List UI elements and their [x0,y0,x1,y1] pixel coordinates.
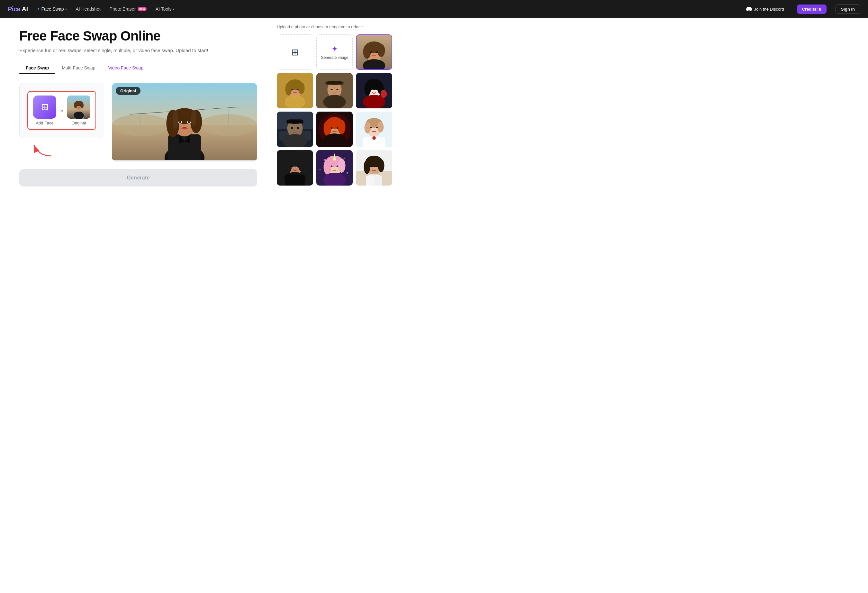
svg-point-45 [378,44,385,57]
svg-point-57 [285,95,306,108]
svg-point-91 [331,127,333,129]
navbar: Pica AI ✦ Face Swap ▾ AI Headshot Photo … [0,0,868,18]
svg-point-83 [297,127,299,129]
upload-icon: ⊞ [291,47,299,58]
generate-image-label: Generate image [320,55,348,60]
svg-point-69 [365,83,371,96]
template-cell-redhead[interactable] [316,112,353,147]
svg-point-9 [80,105,81,106]
svg-point-115 [344,158,345,159]
page-subtitle: Experience fun or real swaps: select sin… [19,47,257,53]
svg-point-54 [298,82,305,94]
original-badge: Original [116,87,140,95]
red-arrow [29,142,55,159]
svg-point-133 [376,166,378,167]
thumb-image [67,96,90,119]
template-cell-medical[interactable] [356,112,392,147]
page-title: Free Face Swap Online [19,28,257,44]
logo[interactable]: Pica AI [8,6,28,13]
svg-point-46 [371,52,372,53]
svg-point-10 [78,107,80,108]
original-thumbnail[interactable] [67,96,90,119]
template-cell-dark-portrait[interactable] [277,150,313,186]
svg-point-35 [191,110,196,126]
featured-portrait [357,35,391,70]
tab-face-swap[interactable]: Face Swap [19,62,55,74]
svg-point-100 [376,127,378,128]
credits-button[interactable]: Credits: 8 [797,4,827,14]
svg-point-40 [183,124,186,127]
swap-area: ⊞ Add Face » [19,83,257,161]
tab-video-face-swap[interactable]: Video Face Swap [102,62,150,74]
template-cell-fantasy[interactable] [316,150,353,186]
svg-point-89 [324,121,331,136]
featured-template-cell[interactable] [356,34,392,70]
svg-point-6 [74,102,77,108]
svg-point-120 [324,159,331,174]
template-grid [277,73,392,186]
svg-point-124 [337,166,338,167]
svg-point-63 [323,95,346,108]
nav-ai-headshot[interactable]: AI Headshot [76,6,100,12]
generate-image-cell[interactable]: ✦ Generate image [316,34,353,70]
svg-point-131 [378,159,384,172]
discord-icon [746,7,752,11]
svg-rect-103 [373,136,375,140]
red-arrow-svg [29,142,55,158]
svg-point-107 [285,160,292,173]
face-selection-row: ⊞ Add Face » [27,91,96,130]
svg-point-130 [364,160,371,174]
template-cell-white-suit[interactable] [356,150,392,186]
template-cell-gold[interactable] [277,73,313,108]
svg-point-123 [331,166,333,167]
svg-point-117 [347,172,348,174]
svg-rect-136 [366,176,374,186]
svg-point-99 [371,127,372,128]
svg-point-47 [376,52,378,53]
template-cell-urban[interactable] [277,112,313,147]
add-face-button[interactable]: ⊞ [33,96,56,119]
template-cell-cowboy[interactable] [316,73,353,108]
tab-bar: Face Swap Multi-Face Swap Video Face Swa… [19,62,257,74]
discord-button[interactable]: Join the Discord [742,5,788,13]
svg-point-62 [326,81,344,84]
svg-point-71 [371,89,372,90]
upload-hint: Upload a photo or choose a template to r… [277,24,392,29]
svg-point-108 [298,160,305,171]
left-panel: Free Face Swap Online Experience fun or … [0,18,270,593]
arrow-right-icon: » [60,107,63,114]
upload-photo-cell[interactable]: ⊞ [277,34,313,70]
sparkle-icon: ✦ [37,7,40,11]
tab-multi-face-swap[interactable]: Multi-Face Swap [55,62,102,74]
svg-point-109 [291,166,293,167]
nav-photo-eraser[interactable]: Photo Eraser new [110,6,146,12]
signin-button[interactable]: Sign In [836,4,860,14]
svg-point-121 [338,158,345,173]
svg-point-110 [297,166,299,167]
svg-point-38 [179,121,181,123]
template-top-row: ⊞ ✦ Generate image [277,34,392,70]
svg-point-93 [323,133,346,147]
nav-ai-tools[interactable]: AI Tools ▾ [156,6,174,12]
nav-face-swap[interactable]: ✦ Face Swap ▾ [37,6,66,12]
svg-point-72 [376,89,378,90]
source-wrapper: ⊞ Add Face » [19,83,104,144]
svg-rect-81 [287,120,304,123]
new-badge: new [137,7,146,11]
main-content: Free Face Swap Online Experience fun or … [0,18,868,593]
svg-point-53 [285,83,292,96]
svg-point-8 [77,105,78,106]
generate-button[interactable]: Generate [19,169,257,186]
svg-point-39 [188,121,190,123]
sparkle-generate-icon: ✦ [331,44,338,53]
target-image-box[interactable]: Original [112,83,257,161]
svg-rect-137 [374,176,382,186]
svg-point-97 [365,122,371,133]
svg-point-56 [297,89,299,90]
template-cell-snow-white[interactable] [356,73,392,108]
svg-point-82 [291,127,293,129]
svg-point-132 [371,166,372,167]
original-column: Original [67,96,90,126]
svg-point-44 [363,45,371,59]
thumb-portrait-svg [67,96,90,119]
